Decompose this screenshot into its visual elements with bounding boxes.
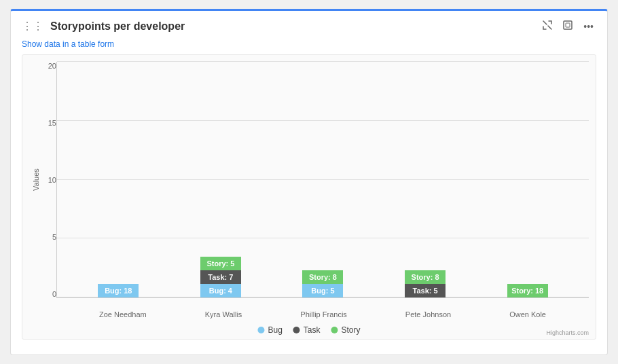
y-label: 0 <box>52 290 56 298</box>
bar-group: Story: 18 <box>507 284 548 297</box>
chart-card: ⋮⋮ Storypoints per developer ••• Show da… <box>10 9 608 355</box>
y-label: 10 <box>48 176 56 184</box>
x-label: Zoe Needham <box>99 310 147 318</box>
bar-segment-bug: Bug: 18 <box>98 284 139 297</box>
legend-task: Task <box>293 325 321 335</box>
drag-handle-icon[interactable]: ⋮⋮ <box>22 20 43 33</box>
legend-bug-label: Bug <box>268 325 282 335</box>
plot-area: Bug: 18Bug: 4Task: 7Story: 5Bug: 5Story:… <box>56 62 589 298</box>
chart-title: Storypoints per developer <box>50 20 185 33</box>
bar-segment-bug: Bug: 5 <box>302 284 343 297</box>
legend-task-label: Task <box>304 325 321 335</box>
x-label: Phillip Francis <box>300 310 346 318</box>
bar-segment-story: Story: 8 <box>302 270 343 284</box>
bar-group: Bug: 4Task: 7Story: 5 <box>200 257 241 297</box>
legend: Bug Task Story <box>257 325 360 335</box>
y-label: 15 <box>48 119 56 127</box>
shrink-icon[interactable] <box>540 19 555 33</box>
show-table-link[interactable]: Show data in a table form <box>22 39 114 49</box>
highcharts-credit: Highcharts.com <box>546 329 589 336</box>
bar-group: Bug: 5Story: 8 <box>302 270 343 297</box>
y-label: 20 <box>48 62 56 70</box>
header-icons: ••• <box>540 19 596 33</box>
legend-story-dot <box>331 327 338 333</box>
bar-stack: Bug: 4Task: 7Story: 5 <box>200 257 241 297</box>
y-axis: 20151050 <box>44 62 56 298</box>
legend-bug: Bug <box>257 325 282 335</box>
bar-group: Bug: 18 <box>98 284 139 297</box>
x-label: Kyra Wallis <box>205 310 242 318</box>
legend-story: Story <box>331 325 361 335</box>
x-label: Pete Johnson <box>405 310 451 318</box>
bar-segment-bug: Bug: 4 <box>200 284 241 297</box>
card-header: ⋮⋮ Storypoints per developer ••• <box>22 19 596 33</box>
y-axis-title: Values <box>32 62 40 298</box>
bar-stack: Task: 5Story: 8 <box>405 270 446 297</box>
svg-rect-0 <box>564 21 572 29</box>
bar-stack: Bug: 5Story: 8 <box>302 270 343 297</box>
y-label: 5 <box>52 233 56 241</box>
bar-segment-story: Story: 5 <box>200 257 241 270</box>
expand-icon[interactable] <box>560 19 575 33</box>
bar-group: Task: 5Story: 8 <box>405 270 446 297</box>
bar-stack: Bug: 18 <box>98 284 139 297</box>
bar-segment-task: Task: 7 <box>200 270 241 284</box>
legend-story-label: Story <box>342 325 361 335</box>
more-icon[interactable]: ••• <box>581 20 596 33</box>
bar-segment-story: Story: 8 <box>405 270 446 284</box>
legend-task-dot <box>293 327 300 333</box>
x-label: Owen Kole <box>509 310 546 318</box>
legend-bug-dot <box>257 327 264 333</box>
x-axis: Zoe NeedhamKyra WallisPhillip FrancisPet… <box>56 310 589 318</box>
bar-stack: Story: 18 <box>507 284 548 297</box>
bar-segment-story: Story: 18 <box>507 284 548 297</box>
bars-container: Bug: 18Bug: 4Task: 7Story: 5Bug: 5Story:… <box>57 62 589 297</box>
header-left: ⋮⋮ Storypoints per developer <box>22 20 185 33</box>
chart-area: Values Bug: 18Bug: 4Task: 7Story: 5Bug: … <box>22 54 596 340</box>
bar-segment-task: Task: 5 <box>405 284 446 297</box>
svg-rect-1 <box>566 23 570 27</box>
